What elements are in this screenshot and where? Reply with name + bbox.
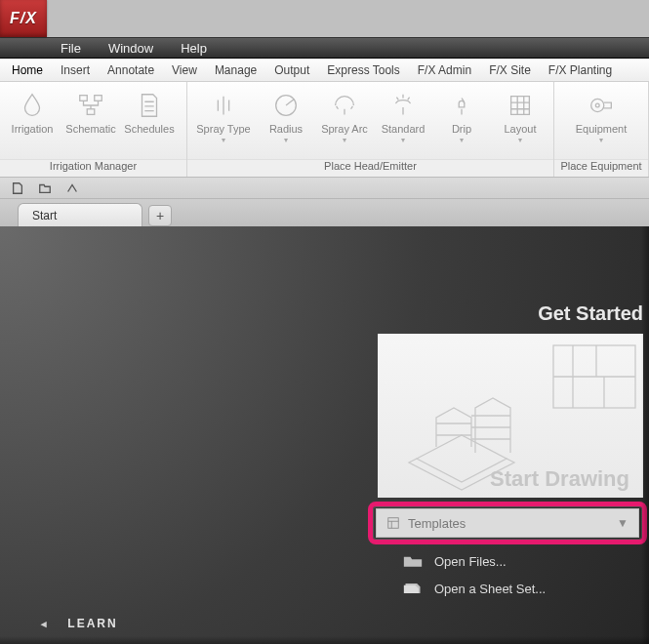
grid-icon bbox=[492, 88, 548, 123]
ribbon-tab-view[interactable]: View bbox=[172, 63, 197, 77]
document-tab-strip: Start + bbox=[0, 199, 649, 226]
ribbon-tab-output[interactable]: Output bbox=[274, 63, 309, 77]
ribbon-tab-fx-planting[interactable]: F/X Planting bbox=[548, 63, 612, 77]
qat-folder-icon[interactable] bbox=[37, 181, 53, 196]
drip-icon bbox=[433, 88, 490, 123]
btn-spray-type[interactable]: Spray Type bbox=[191, 88, 256, 144]
learn-toggle[interactable]: LEARN bbox=[41, 617, 118, 630]
menu-window[interactable]: Window bbox=[108, 41, 153, 56]
panel-place-equipment: Equipment Place Equipment bbox=[554, 82, 649, 177]
radius-icon bbox=[258, 88, 314, 123]
btn-equipment[interactable]: Equipment bbox=[569, 88, 633, 144]
svg-rect-0 bbox=[80, 96, 88, 101]
templates-label: Templates bbox=[408, 516, 466, 531]
quick-access-toolbar bbox=[0, 178, 649, 199]
ribbon-tab-home[interactable]: Home bbox=[12, 63, 43, 77]
btn-spray-arc[interactable]: Spray Arc bbox=[316, 88, 373, 144]
document-icon bbox=[121, 88, 178, 123]
svg-point-5 bbox=[595, 103, 599, 107]
title-bar: F/X bbox=[0, 0, 649, 37]
qat-doc-icon[interactable] bbox=[10, 181, 25, 196]
spray-type-icon bbox=[191, 88, 256, 123]
ribbon-tab-fx-site[interactable]: F/X Site bbox=[489, 63, 531, 77]
ribbon-tab-insert[interactable]: Insert bbox=[61, 63, 90, 77]
menu-bar: File Window Help bbox=[0, 37, 649, 59]
menu-file[interactable]: File bbox=[61, 41, 81, 56]
open-files-link[interactable]: Open Files... bbox=[401, 553, 643, 569]
app-logo: F/X bbox=[0, 0, 47, 37]
ribbon-tab-express[interactable]: Express Tools bbox=[327, 63, 399, 77]
standard-icon bbox=[375, 88, 431, 123]
panel-irrigation-manager: Irrigation Schematic Schedules Irrigatio… bbox=[0, 82, 187, 177]
svg-point-4 bbox=[591, 99, 604, 111]
app-logo-text: F/X bbox=[10, 10, 37, 27]
start-workspace: Get Started Start Drawing Templates ▼ bbox=[0, 226, 649, 644]
btn-schedules[interactable]: Schedules bbox=[121, 88, 178, 136]
btn-irrigation[interactable]: Irrigation bbox=[4, 88, 61, 136]
btn-drip[interactable]: Drip bbox=[433, 88, 490, 144]
folder-icon bbox=[401, 553, 425, 569]
ribbon-tab-fx-admin[interactable]: F/X Admin bbox=[418, 63, 471, 77]
ribbon: Irrigation Schematic Schedules Irrigatio… bbox=[0, 82, 649, 178]
doc-tab-start[interactable]: Start bbox=[18, 203, 142, 226]
start-drawing-label: Start Drawing bbox=[490, 466, 629, 492]
open-sheet-set-link[interactable]: Open a Sheet Set... bbox=[401, 581, 643, 596]
chevron-down-icon: ▼ bbox=[617, 516, 629, 530]
panel-title: Place Equipment bbox=[554, 159, 648, 177]
equipment-icon bbox=[569, 88, 633, 123]
btn-standard[interactable]: Standard bbox=[375, 88, 431, 144]
drop-icon bbox=[4, 88, 61, 123]
start-drawing-card[interactable]: Start Drawing bbox=[378, 334, 643, 498]
shadow-bottom bbox=[0, 636, 649, 644]
btn-radius[interactable]: Radius bbox=[258, 88, 314, 144]
svg-rect-7 bbox=[388, 518, 399, 529]
btn-schematic[interactable]: Schematic bbox=[62, 88, 119, 136]
schematic-icon bbox=[62, 88, 119, 123]
panel-title: Irrigation Manager bbox=[0, 159, 186, 177]
panel-title: Place Head/Emitter bbox=[187, 159, 553, 177]
spray-arc-icon bbox=[316, 88, 373, 123]
ribbon-tab-annotate[interactable]: Annotate bbox=[107, 63, 154, 77]
get-started-heading: Get Started bbox=[538, 302, 643, 325]
btn-layout[interactable]: Layout bbox=[492, 88, 548, 144]
ribbon-tab-manage[interactable]: Manage bbox=[215, 63, 257, 77]
sheet-set-icon bbox=[401, 581, 425, 596]
svg-rect-2 bbox=[87, 109, 95, 115]
panel-place-head-emitter: Spray Type Radius Spray Arc Standard Dri… bbox=[187, 82, 554, 177]
templates-dropdown[interactable]: Templates ▼ bbox=[376, 508, 639, 538]
svg-rect-1 bbox=[95, 96, 102, 101]
template-icon bbox=[386, 516, 400, 530]
ribbon-tab-strip: Home Insert Annotate View Manage Output … bbox=[0, 59, 649, 82]
qat-arrow-icon[interactable] bbox=[64, 181, 80, 196]
doc-tab-new[interactable]: + bbox=[148, 205, 172, 226]
templates-highlight: Templates ▼ bbox=[368, 502, 647, 544]
menu-help[interactable]: Help bbox=[181, 41, 207, 56]
